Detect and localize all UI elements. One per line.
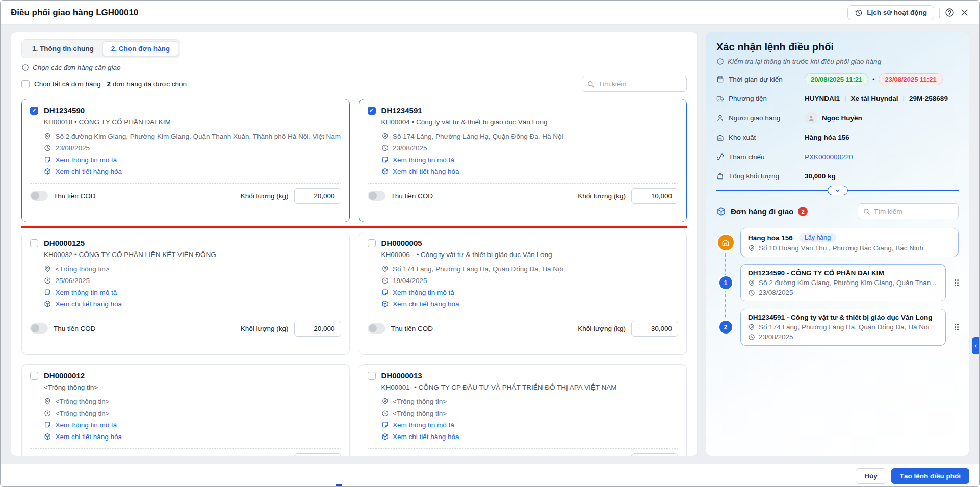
cube-icon xyxy=(381,300,389,308)
order-checkbox[interactable] xyxy=(368,372,376,380)
collapse-summary-button[interactable] xyxy=(828,186,848,195)
submit-button[interactable]: Tạo lệnh điều phối xyxy=(891,468,969,484)
cube-icon xyxy=(44,168,51,175)
stop-address: Số 2 đường Kim Giang, Phường Kim Giang, … xyxy=(748,279,938,287)
location-pin-icon xyxy=(748,324,755,331)
order-date: 23/08/2025 xyxy=(381,142,679,154)
orders-search-input[interactable] xyxy=(598,80,682,88)
delivery-stop-card[interactable]: Hàng hóa 156 Lấy hàng Số 10 Hoàng Văn Th… xyxy=(740,228,959,257)
orders-search xyxy=(582,76,687,92)
avatar xyxy=(805,112,817,124)
collapse-panel-tab[interactable] xyxy=(972,337,979,354)
footer-divider xyxy=(570,322,570,335)
weight-input[interactable] xyxy=(631,188,678,204)
vehicle-code: HUYNDAI1 xyxy=(805,95,840,102)
chevron-down-icon xyxy=(834,187,841,194)
view-description-link[interactable]: Xem thông tin mô tả xyxy=(381,154,679,166)
search-icon xyxy=(863,208,870,215)
field-driver: Người giao hàng Ngọc Huyền xyxy=(716,112,959,124)
weight-input[interactable] xyxy=(294,321,341,337)
order-checkbox[interactable] xyxy=(30,372,38,380)
view-goods-link[interactable]: Xem chi tiết hàng hóa xyxy=(44,298,341,310)
modal-header: Điều phối giao hàng LGH00010 Lịch sử hoạ… xyxy=(1,1,979,25)
order-card[interactable]: DH0000005 KH00006-- • Công ty vật tư & t… xyxy=(359,232,687,355)
tab-general-info[interactable]: 1. Thông tin chung xyxy=(23,41,102,56)
order-checkbox[interactable] xyxy=(30,239,38,247)
drag-handle[interactable] xyxy=(951,279,959,286)
cod-toggle[interactable] xyxy=(368,191,385,201)
calendar-icon xyxy=(716,75,724,83)
order-card[interactable]: DH0000013 KH00001- • CÔNG TY CP ĐẦU TƯ V… xyxy=(359,364,687,456)
history-button[interactable]: Lịch sử hoạt động xyxy=(847,5,934,20)
stops-search-input[interactable] xyxy=(874,208,953,215)
order-id: DH0000005 xyxy=(381,239,422,247)
cod-toggle[interactable] xyxy=(368,323,385,334)
note-icon xyxy=(381,156,389,164)
order-card[interactable]: DH1234590 KH00018 • CÔNG TY CỔ PHẦN ĐẠI … xyxy=(21,99,350,222)
view-goods-link[interactable]: Xem chi tiết hàng hóa xyxy=(381,431,679,443)
order-checkbox[interactable] xyxy=(368,239,376,247)
close-button[interactable] xyxy=(960,8,969,17)
stops-search xyxy=(858,203,959,219)
location-pin-icon xyxy=(748,279,755,287)
clock-icon xyxy=(381,144,389,152)
list-toolbar: Chọn tất cả đơn hàng 2 đơn hàng đã được … xyxy=(21,76,687,92)
delivery-stop-row: 2 DH1234591 - Công ty vật tư & thiết bị … xyxy=(716,309,959,346)
drag-handle[interactable] xyxy=(951,324,959,330)
order-customer: KH00004 • Công ty vật tư & thiết bị giáo… xyxy=(381,118,679,126)
weight-input[interactable] xyxy=(631,321,678,337)
note-icon xyxy=(44,289,51,296)
select-all-box[interactable] xyxy=(21,80,30,88)
view-description-link[interactable]: Xem thông tin mô tả xyxy=(44,419,341,431)
order-customer: KH00001- • CÔNG TY CP ĐẦU TƯ VÀ PHÁT TRI… xyxy=(381,383,679,391)
view-description-link[interactable]: Xem thông tin mô tả xyxy=(44,287,341,298)
history-button-label: Lịch sử hoạt động xyxy=(867,9,927,16)
view-description-link[interactable]: Xem thông tin mô tả xyxy=(44,154,341,166)
confirmation-panel: Xác nhận lệnh điều phối Kiểm tra lại thô… xyxy=(706,32,969,456)
delivery-stop-row: 1 DH1234590 - CÔNG TY CỔ PHẦN ĐẠI KIM Số… xyxy=(716,264,959,301)
link-icon xyxy=(716,153,724,161)
summary-fields: Thời gian dự kiến 20/08/2025 11:21 • 23/… xyxy=(716,73,959,183)
weight-input[interactable] xyxy=(294,188,341,204)
weight-input[interactable] xyxy=(294,453,341,457)
cod-toggle[interactable] xyxy=(368,456,385,456)
cube-icon xyxy=(381,433,389,441)
order-checkbox[interactable] xyxy=(30,107,38,115)
view-goods-link[interactable]: Xem chi tiết hàng hóa xyxy=(44,431,341,443)
field-total-weight: Tổng khối lượng 30,000 kg xyxy=(716,170,959,183)
order-card[interactable]: DH0000012 <Trống thông tin> <Trống thông… xyxy=(21,364,350,456)
view-description-link[interactable]: Xem thông tin mô tả xyxy=(381,419,679,431)
info-icon xyxy=(716,58,724,65)
cancel-button[interactable]: Hủy xyxy=(856,468,886,484)
field-vehicle: Phương tiện HUYNDAI1|Xe tải Huyndai|29M-… xyxy=(716,92,959,105)
reference-link[interactable]: PXK000000220 xyxy=(805,153,853,161)
selected-count: 2 đơn hàng đã được chọn xyxy=(107,80,187,88)
view-goods-link[interactable]: Xem chi tiết hàng hóa xyxy=(44,166,341,177)
cod-toggle[interactable] xyxy=(30,323,48,334)
order-address: <Trống thông tin> xyxy=(44,263,341,275)
order-address: Số 2 đường Kim Giang, Phường Kim Giang, … xyxy=(44,131,341,142)
view-goods-link[interactable]: Xem chi tiết hàng hóa xyxy=(381,166,679,177)
delivery-stop-card[interactable]: DH1234591 - Công ty vật tư & thiết bị gi… xyxy=(740,309,946,346)
delivery-stop-card[interactable]: DH1234590 - CÔNG TY CỔ PHẦN ĐẠI KIM Số 2… xyxy=(740,264,946,301)
vehicle-name: Xe tải Huyndai xyxy=(851,95,898,102)
tab-select-orders[interactable]: 2. Chọn đơn hàng xyxy=(102,41,178,56)
location-pin-icon xyxy=(44,398,51,405)
order-card[interactable]: DH0000125 KH00032 • CÔNG TY CỔ PHẦN LIÊN… xyxy=(21,232,350,355)
help-button[interactable] xyxy=(945,8,955,17)
driver-name: Ngọc Huyền xyxy=(822,114,862,122)
clock-icon xyxy=(381,277,389,285)
order-checkbox[interactable] xyxy=(368,107,376,115)
weight-input[interactable] xyxy=(631,453,678,457)
delivery-section-header: Đơn hàng đi giao 2 xyxy=(716,203,959,219)
view-description-link[interactable]: Xem thông tin mô tả xyxy=(381,287,679,298)
note-icon xyxy=(381,421,389,429)
clock-icon xyxy=(44,144,51,152)
order-card[interactable]: DH1234591 KH00004 • Công ty vật tư & thi… xyxy=(359,99,687,222)
cod-toggle[interactable] xyxy=(30,191,48,201)
cod-toggle[interactable] xyxy=(30,456,48,456)
cod-label: Thu tiền COD xyxy=(391,192,433,200)
delivery-title: Đơn hàng đi giao xyxy=(731,207,793,216)
select-all-checkbox[interactable]: Chọn tất cả đơn hàng xyxy=(21,80,100,88)
view-goods-link[interactable]: Xem chi tiết hàng hóa xyxy=(381,298,679,310)
